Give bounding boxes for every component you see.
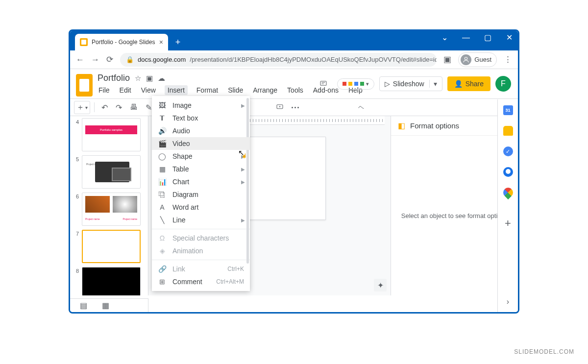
insert-textbox[interactable]: 𝗧Text box [152, 112, 250, 124]
animation-icon: ◈ [158, 247, 167, 255]
contacts-icon[interactable] [503, 167, 513, 177]
grid-view-icon[interactable]: ▦ [102, 301, 109, 310]
svg-rect-1 [320, 81, 326, 86]
menu-insert[interactable]: Insert [165, 85, 188, 95]
reader-icon[interactable]: ▣ [443, 54, 451, 65]
redo-icon[interactable]: ↷ [113, 101, 125, 114]
reload-icon[interactable]: ⟳ [106, 54, 113, 65]
slide-thumb-4[interactable]: Portfolio samples [82, 118, 141, 151]
browser-toolbar: ← → ⟳ 🔒 docs.google.com/presentation/d/1… [70, 50, 518, 69]
keep-icon[interactable] [503, 126, 513, 136]
slideshow-button[interactable]: ▷ Slideshow ▾ [379, 76, 442, 91]
insert-image[interactable]: 🖼Image▶ [152, 99, 250, 112]
guest-profile-button[interactable]: Guest [458, 52, 497, 67]
star-icon[interactable]: ☆ [135, 74, 141, 83]
menu-edit[interactable]: Edit [119, 85, 132, 95]
menu-arrange[interactable]: Arrange [252, 85, 278, 95]
video-icon: 🎬 [158, 140, 167, 147]
menu-view[interactable]: View [140, 85, 157, 95]
comments-icon[interactable] [315, 75, 332, 93]
person-lock-icon: 👤 [454, 80, 463, 88]
insert-menu-dropdown: 🖼Image▶ 𝗧Text box 🔊Audio 🎬Video ◯Shape▶ … [152, 96, 250, 291]
slideshow-label: Slideshow [393, 80, 424, 88]
meet-button[interactable]: ▾ [337, 78, 374, 90]
lock-icon: 🔒 [126, 56, 134, 63]
undo-icon[interactable]: ↶ [98, 101, 111, 114]
diagram-icon: ⿻ [158, 191, 167, 198]
svg-point-0 [465, 57, 467, 59]
minimize-icon[interactable]: ― [461, 33, 471, 42]
link-icon: 🔗 [158, 265, 167, 273]
move-folder-icon[interactable]: ▣ [146, 74, 153, 83]
window-controls: ⌄ ― ▢ ✕ [440, 33, 514, 42]
insert-audio[interactable]: 🔊Audio [152, 124, 250, 137]
insert-link: 🔗LinkCtrl+K [152, 263, 250, 275]
account-avatar[interactable]: F [495, 76, 511, 92]
insert-diagram[interactable]: ⿻Diagram [152, 188, 250, 201]
comment-add-icon[interactable] [273, 101, 287, 113]
slide-thumb-7[interactable] [82, 230, 141, 263]
hide-side-panel-icon[interactable]: › [507, 297, 509, 306]
new-slide-button[interactable]: ＋▾ [74, 101, 90, 114]
side-panel-rail: + › [497, 99, 518, 312]
address-bar[interactable]: 🔒 docs.google.com/presentation/d/1KBPElo… [120, 53, 437, 67]
guest-label: Guest [474, 56, 491, 63]
slides-logo-icon[interactable] [76, 74, 93, 97]
cloud-status-icon[interactable]: ☁ [158, 74, 165, 83]
maximize-icon[interactable]: ▢ [483, 33, 492, 42]
special-chars-icon: Ω [158, 234, 167, 242]
insert-line[interactable]: ╲Line▶ [152, 214, 250, 226]
browser-menu-icon[interactable]: ⋮ [504, 54, 512, 65]
tasks-icon[interactable] [503, 146, 513, 156]
menu-tools[interactable]: Tools [286, 85, 304, 95]
collapse-toolbar-icon[interactable]: ヘ [355, 101, 367, 114]
explore-button[interactable]: ✦ [374, 279, 387, 291]
get-addons-icon[interactable]: + [505, 217, 511, 230]
insert-wordart[interactable]: AWord art [152, 201, 250, 214]
browser-tab[interactable]: Portfolio - Google Slides × [75, 34, 168, 50]
insert-video[interactable]: 🎬Video [152, 137, 250, 150]
maps-icon[interactable] [501, 186, 514, 199]
back-icon[interactable]: ← [76, 55, 84, 65]
new-tab-button[interactable]: + [171, 35, 185, 49]
menu-slide[interactable]: Slide [227, 85, 244, 95]
slideshow-caret-icon[interactable]: ▾ [429, 80, 437, 88]
format-options-icon: ◧ [398, 121, 405, 130]
insert-table[interactable]: ▦Table▶ [152, 163, 250, 175]
thumb-number: 5 [73, 155, 79, 189]
thumb-number: 4 [73, 118, 79, 151]
slide-thumb-8[interactable] [82, 267, 141, 295]
slide-thumb-5[interactable]: Project name [82, 155, 141, 189]
insert-shape[interactable]: ◯Shape▶ [152, 150, 250, 163]
window-caret-icon[interactable]: ⌄ [440, 33, 449, 42]
insert-chart[interactable]: 📊Chart▶ [152, 175, 250, 188]
submenu-arrow-icon: ▶ [241, 218, 245, 223]
shape-icon: ◯ [158, 152, 167, 160]
url-host: docs.google.com [138, 56, 186, 63]
submenu-arrow-icon: ▶ [241, 103, 245, 108]
forward-icon[interactable]: → [91, 55, 99, 65]
submenu-arrow-icon: ▶ [241, 154, 245, 159]
insert-comment[interactable]: ⊞CommentCtrl+Alt+M [152, 275, 250, 288]
submenu-arrow-icon: ▶ [241, 167, 245, 172]
watermark: SLIDEMODEL.COM [514, 348, 574, 355]
share-label: Share [466, 80, 484, 88]
toolbar: ＋▾ ↶ ↷ 🖶 ✎ ヘ [70, 98, 518, 116]
close-tab-icon[interactable]: × [159, 38, 163, 46]
audio-icon: 🔊 [158, 127, 167, 135]
calendar-icon[interactable] [503, 105, 513, 115]
app-header: Portfolio ☆ ▣ ☁ File Edit View Insert Fo… [70, 69, 518, 97]
menu-file[interactable]: File [98, 85, 111, 95]
slide-thumbnails: 4 Portfolio samples 5 Project name 6 Pro… [70, 116, 148, 295]
print-icon[interactable]: 🖶 [127, 101, 141, 114]
slide-thumb-6[interactable]: Project nameProject name [82, 193, 141, 226]
insert-special-chars: ΩSpecial characters [152, 232, 250, 244]
more-toolbar-icon[interactable] [289, 105, 302, 110]
filmstrip-view-icon[interactable]: ▤ [80, 301, 87, 310]
share-button[interactable]: 👤 Share [447, 76, 490, 91]
wordart-icon: A [158, 203, 167, 211]
document-title[interactable]: Portfolio [98, 73, 130, 83]
close-window-icon[interactable]: ✕ [504, 33, 514, 42]
textbox-icon: 𝗧 [158, 114, 167, 122]
menu-format[interactable]: Format [196, 85, 219, 95]
